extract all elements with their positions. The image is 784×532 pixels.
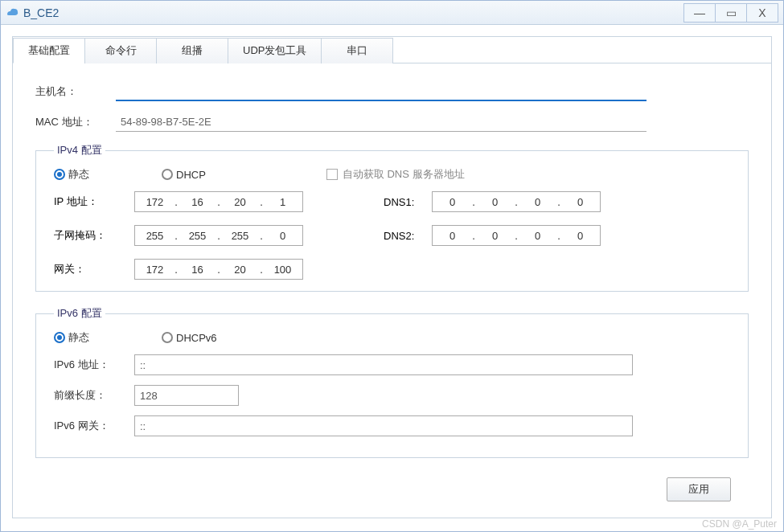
close-button[interactable]: X [746, 3, 778, 23]
radio-icon [162, 332, 173, 343]
mac-label: MAC 地址： [35, 115, 116, 129]
app-window: B_CE2 — ▭ X 基础配置 命令行 组播 UDP发包工具 串口 主机名： [0, 0, 784, 532]
watermark: CSDN @A_Puter [702, 518, 777, 530]
tab-udp-tool[interactable]: UDP发包工具 [228, 38, 322, 63]
tab-command-line[interactable]: 命令行 [84, 38, 157, 63]
ipv6-prefix-input[interactable] [134, 385, 239, 406]
radio-label: DHCPv6 [176, 332, 217, 344]
hostname-label: 主机名： [35, 84, 116, 99]
window-title: B_CE2 [23, 6, 683, 19]
ipv6-radio-static[interactable]: 静态 [54, 330, 89, 345]
dns2-input[interactable]: 0. 0. 0. 0 [432, 225, 601, 246]
ip-input[interactable]: 172. 16. 20. 1 [134, 191, 303, 212]
gateway-input[interactable]: 172. 16. 20. 100 [134, 259, 303, 280]
checkbox-label: 自动获取 DNS 服务器地址 [343, 167, 465, 182]
ipv4-auto-dns-checkbox[interactable]: 自动获取 DNS 服务器地址 [326, 167, 465, 182]
radio-label: 静态 [68, 167, 89, 182]
ip-label: IP 地址： [54, 194, 134, 209]
content-area: 基础配置 命令行 组播 UDP发包工具 串口 主机名： MAC 地址： IPv4… [1, 25, 783, 530]
app-icon [6, 6, 18, 19]
ipv4-legend: IPv4 配置 [54, 143, 105, 158]
tab-multicast[interactable]: 组播 [156, 38, 228, 63]
radio-label: DHCP [176, 169, 206, 181]
ipv6-fieldset: IPv6 配置 静态 DHCPv6 IPv6 地址： [35, 306, 749, 458]
tab-bar: 基础配置 命令行 组播 UDP发包工具 串口 [13, 37, 771, 63]
mask-label: 子网掩码： [54, 228, 134, 243]
footer: 应用 [35, 473, 749, 501]
gateway-label: 网关： [54, 262, 134, 276]
ipv6-radio-dhcpv6[interactable]: DHCPv6 [162, 332, 217, 344]
dns1-input[interactable]: 0. 0. 0. 0 [432, 191, 601, 212]
ipv6-addr-label: IPv6 地址： [54, 358, 134, 372]
ipv6-gw-label: IPv6 网关： [54, 419, 134, 433]
window-controls: — ▭ X [683, 3, 778, 23]
titlebar: B_CE2 — ▭ X [1, 1, 783, 25]
checkbox-icon [326, 169, 338, 180]
mask-input[interactable]: 255. 255. 255. 0 [134, 225, 303, 246]
mac-input[interactable] [116, 113, 646, 132]
radio-icon [54, 169, 65, 180]
ipv6-gw-input[interactable] [134, 415, 633, 436]
dns2-label: DNS2: [384, 230, 432, 242]
maximize-button[interactable]: ▭ [715, 3, 747, 23]
ipv6-addr-input[interactable] [134, 354, 633, 375]
minimize-button[interactable]: — [683, 3, 716, 23]
ipv6-prefix-label: 前缀长度： [54, 388, 134, 403]
radio-label: 静态 [68, 330, 89, 345]
dns1-label: DNS1: [384, 196, 432, 208]
hostname-input[interactable] [116, 81, 646, 101]
tab-basic-config[interactable]: 基础配置 [13, 38, 85, 63]
ipv4-radio-static[interactable]: 静态 [54, 167, 89, 182]
ipv6-legend: IPv6 配置 [54, 306, 105, 321]
ipv4-fieldset: IPv4 配置 静态 DHCP 自动获取 DNS 服务器地址 [35, 143, 749, 292]
main-panel: 基础配置 命令行 组播 UDP发包工具 串口 主机名： MAC 地址： IPv4… [12, 36, 772, 518]
ipv4-radio-dhcp[interactable]: DHCP [162, 169, 206, 181]
radio-icon [162, 169, 173, 180]
tab-body: 主机名： MAC 地址： IPv4 配置 静态 [13, 63, 771, 518]
radio-icon [54, 332, 65, 343]
apply-button[interactable]: 应用 [667, 477, 731, 501]
tab-serial[interactable]: 串口 [321, 38, 393, 63]
